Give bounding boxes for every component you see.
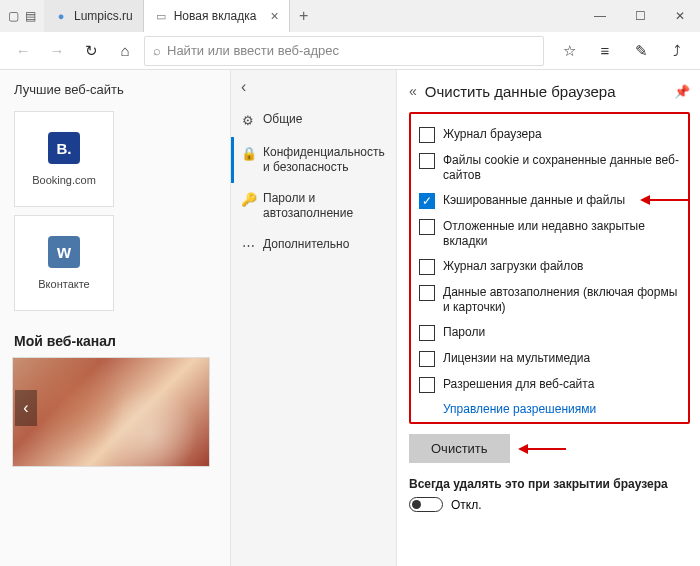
- title-bar: ▢ ▤ ● Lumpics.ru ▭ Новая вкладка × + ― ☐…: [0, 0, 700, 32]
- tile-logo: w: [48, 236, 80, 268]
- settings-item-label: Пароли и автозаполнение: [263, 191, 386, 221]
- tile-booking[interactable]: B. Booking.com: [14, 111, 114, 207]
- close-window-button[interactable]: ✕: [660, 0, 700, 32]
- feed-heading: Мой веб-канал: [0, 315, 230, 357]
- option-history[interactable]: Журнал браузера: [417, 122, 682, 148]
- svg-marker-3: [518, 444, 528, 454]
- annotation-arrow-icon: [640, 192, 690, 208]
- minimize-button[interactable]: ―: [580, 0, 620, 32]
- settings-back-button[interactable]: ‹: [231, 70, 396, 104]
- settings-item-label: Конфиденциальность и безопасность: [263, 145, 386, 175]
- tile-label: Вконтакте: [38, 278, 89, 290]
- tab-lumpics[interactable]: ● Lumpics.ru: [44, 0, 144, 32]
- settings-item-label: Дополнительно: [263, 237, 349, 252]
- tabs-overview-icon[interactable]: ▢: [8, 9, 19, 23]
- close-tab-icon[interactable]: ×: [270, 8, 278, 24]
- checkbox[interactable]: [419, 259, 435, 275]
- option-tabs[interactable]: Отложенные или недавно закрытые вкладки: [417, 214, 682, 254]
- option-label: Разрешения для веб-сайта: [443, 377, 594, 392]
- option-label: Пароли: [443, 325, 485, 340]
- tab-label: Lumpics.ru: [74, 9, 133, 23]
- tile-logo: B.: [48, 132, 80, 164]
- option-label: Данные автозаполнения (включая формы и к…: [443, 285, 680, 315]
- checkbox[interactable]: [419, 219, 435, 235]
- tab-new[interactable]: ▭ Новая вкладка ×: [144, 0, 290, 32]
- clear-data-panel: « Очистить данные браузера 📌 Журнал брау…: [396, 70, 700, 566]
- settings-item-passwords[interactable]: 🔑 Пароли и автозаполнение: [231, 183, 396, 229]
- settings-item-privacy[interactable]: 🔒 Конфиденциальность и безопасность: [231, 137, 396, 183]
- reading-list-icon[interactable]: ≡: [590, 36, 620, 66]
- notes-icon[interactable]: ✎: [626, 36, 656, 66]
- share-icon[interactable]: ⤴: [662, 36, 692, 66]
- option-label: Журнал браузера: [443, 127, 542, 142]
- checkbox[interactable]: [419, 127, 435, 143]
- settings-item-advanced[interactable]: ⋯ Дополнительно: [231, 229, 396, 262]
- tile-vk[interactable]: w Вконтакте: [14, 215, 114, 311]
- option-label: Журнал загрузки файлов: [443, 259, 583, 274]
- checkbox[interactable]: [419, 153, 435, 169]
- settings-sidebar: ‹ ⚙ Общие 🔒 Конфиденциальность и безопас…: [230, 70, 396, 566]
- tab-actions: ▢ ▤: [0, 0, 44, 32]
- favicon-icon: ●: [54, 9, 68, 23]
- new-tab-button[interactable]: +: [290, 0, 318, 32]
- address-bar[interactable]: ⌕ Найти или ввести веб-адрес: [144, 36, 544, 66]
- key-icon: 🔑: [241, 192, 255, 208]
- svg-marker-1: [640, 195, 650, 205]
- home-button[interactable]: ⌂: [110, 36, 140, 66]
- favorites-icon[interactable]: ☆: [554, 36, 584, 66]
- annotation-arrow-icon: [518, 441, 568, 457]
- checkbox[interactable]: ✓: [419, 193, 435, 209]
- checkbox[interactable]: [419, 351, 435, 367]
- address-placeholder: Найти или ввести веб-адрес: [167, 43, 339, 58]
- toggle-state-label: Откл.: [451, 498, 482, 512]
- panel-back-icon[interactable]: «: [409, 83, 417, 99]
- best-sites-heading: Лучшие веб-сайть: [0, 82, 230, 107]
- option-autofill[interactable]: Данные автозаполнения (включая формы и к…: [417, 280, 682, 320]
- refresh-button[interactable]: ↻: [76, 36, 106, 66]
- tab-label: Новая вкладка: [174, 9, 257, 23]
- more-icon: ⋯: [241, 238, 255, 254]
- clear-button[interactable]: Очистить: [409, 434, 510, 463]
- feed-image[interactable]: ‹: [12, 357, 210, 467]
- option-passwords[interactable]: Пароли: [417, 320, 682, 346]
- content-area: Лучшие веб-сайть B. Booking.com w Вконта…: [0, 70, 700, 566]
- feed-prev-button[interactable]: ‹: [15, 390, 37, 426]
- forward-button[interactable]: →: [42, 36, 72, 66]
- option-label: Отложенные или недавно закрытые вкладки: [443, 219, 680, 249]
- option-media[interactable]: Лицензии на мультимедиа: [417, 346, 682, 372]
- option-label: Кэшированные данные и файлы: [443, 193, 625, 208]
- manage-permissions-link[interactable]: Управление разрешениями: [417, 398, 682, 418]
- tabs-aside-icon[interactable]: ▤: [25, 9, 36, 23]
- gear-icon: ⚙: [241, 113, 255, 129]
- clear-options-group: Журнал браузера Файлы cookie и сохраненн…: [409, 112, 690, 424]
- back-button[interactable]: ←: [8, 36, 38, 66]
- maximize-button[interactable]: ☐: [620, 0, 660, 32]
- settings-item-label: Общие: [263, 112, 302, 127]
- pin-icon[interactable]: 📌: [674, 84, 690, 99]
- checkbox[interactable]: [419, 325, 435, 341]
- option-cookies[interactable]: Файлы cookie и сохраненные данные веб-са…: [417, 148, 682, 188]
- option-label: Лицензии на мультимедиа: [443, 351, 590, 366]
- search-icon: ⌕: [153, 43, 161, 58]
- favicon-icon: ▭: [154, 9, 168, 23]
- option-label: Файлы cookie и сохраненные данные веб-са…: [443, 153, 680, 183]
- always-clear-label: Всегда удалять это при закрытии браузера: [409, 477, 690, 491]
- always-clear-toggle[interactable]: [409, 497, 443, 512]
- option-downloads[interactable]: Журнал загрузки файлов: [417, 254, 682, 280]
- settings-item-general[interactable]: ⚙ Общие: [231, 104, 396, 137]
- new-tab-page: Лучшие веб-сайть B. Booking.com w Вконта…: [0, 70, 230, 467]
- lock-icon: 🔒: [241, 146, 255, 162]
- panel-title: Очистить данные браузера: [425, 83, 666, 100]
- checkbox[interactable]: [419, 377, 435, 393]
- option-permissions[interactable]: Разрешения для веб-сайта: [417, 372, 682, 398]
- checkbox[interactable]: [419, 285, 435, 301]
- tile-label: Booking.com: [32, 174, 96, 186]
- nav-bar: ← → ↻ ⌂ ⌕ Найти или ввести веб-адрес ☆ ≡…: [0, 32, 700, 70]
